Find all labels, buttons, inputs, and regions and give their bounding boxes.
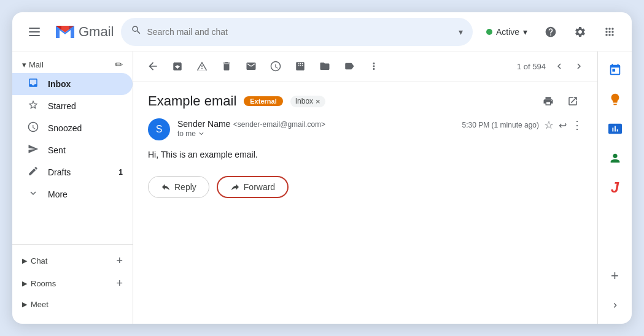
drafts-label: Drafts (48, 167, 110, 177)
sidebar-item-starred[interactable]: Starred (12, 95, 133, 117)
settings-button[interactable] (568, 20, 592, 44)
email-body: Hi, This is an example email. (148, 148, 583, 161)
report-button[interactable] (192, 56, 212, 76)
chat-plus[interactable]: + (116, 254, 123, 267)
next-page-button[interactable] (570, 58, 588, 75)
inbox-tag-label: Inbox (295, 97, 313, 105)
active-dot (486, 29, 492, 35)
sidebar: ▾ Mail ✏ Inbox (12, 52, 133, 324)
main-area: ▾ Mail ✏ Inbox (12, 52, 632, 324)
search-icon (131, 25, 142, 39)
sidebar-item-snoozed[interactable]: Snoozed (12, 117, 133, 139)
calendar-button[interactable] (602, 56, 629, 83)
more-actions-button[interactable] (364, 56, 384, 76)
reply-label: Reply (174, 182, 196, 192)
nav-items: Inbox Starred (12, 73, 133, 244)
expand-button[interactable] (602, 292, 629, 319)
email-button[interactable] (241, 56, 261, 76)
email-body-text: Hi, This is an example email. (148, 150, 258, 159)
star-button[interactable]: ☆ (544, 118, 554, 132)
email-panel: 1 of 594 (133, 52, 597, 324)
search-dropdown-icon[interactable]: ▾ (459, 27, 463, 37)
compose-pencil-icon[interactable]: ✏ (115, 59, 123, 71)
search-bar[interactable]: ▾ (121, 18, 472, 46)
mail-collapse-icon: ▾ (22, 60, 26, 69)
rooms-label: Rooms (31, 279, 116, 288)
meet-section[interactable]: ▶ Meet (12, 295, 133, 314)
starred-label: Starred (48, 101, 123, 111)
sent-label: Sent (48, 145, 123, 155)
email-subject-row: Example email External Inbox × (148, 91, 583, 111)
inbox-tag-remove[interactable]: × (316, 97, 320, 106)
email-meta-right: 5:30 PM (1 minute ago) ☆ ↩ ⋮ (462, 118, 583, 132)
chat-section[interactable]: ▶ Chat + (12, 250, 133, 272)
open-in-new-button[interactable] (563, 91, 583, 111)
snooze-button[interactable] (266, 56, 285, 76)
move-to-button[interactable] (315, 56, 335, 76)
svg-rect-1 (29, 31, 40, 32)
forward-label: Forward (244, 182, 275, 192)
search-input[interactable] (147, 27, 453, 37)
archive-button[interactable] (168, 56, 187, 76)
add-button[interactable]: + (602, 262, 629, 289)
email-toolbar: 1 of 594 (133, 52, 597, 82)
more-email-options-button[interactable]: ⋮ (572, 118, 583, 132)
inbox-label: Inbox (48, 79, 123, 89)
sidebar-item-sent[interactable]: Sent (12, 139, 133, 161)
email-timestamp: 5:30 PM (1 minute ago) (462, 121, 539, 129)
chat-label: Chat (31, 256, 116, 265)
sidebar-item-drafts[interactable]: Drafts 1 (12, 161, 133, 183)
email-content: Example email External Inbox × (133, 82, 597, 324)
topbar-right: Active ▾ (480, 20, 622, 44)
sender-avatar: S (148, 118, 170, 140)
toolbar-right: 1 of 594 (517, 58, 588, 75)
gmail-logo: Gmail (54, 21, 114, 43)
prev-page-button[interactable] (551, 58, 568, 75)
to-me-label: to me (177, 129, 196, 138)
right-sidebar: J + (597, 52, 632, 324)
sidebar-item-more[interactable]: More (12, 183, 133, 205)
print-button[interactable] (538, 91, 558, 111)
mail-section[interactable]: ▾ Mail ✏ (12, 56, 133, 73)
delete-button[interactable] (217, 56, 236, 76)
contacts-button[interactable] (602, 145, 629, 172)
sender-info: Sender Name <sender-email@gmail.com> to … (177, 118, 462, 138)
gmail-wordmark: Gmail (79, 24, 114, 40)
reply-icon-button[interactable]: ↩ (559, 120, 567, 131)
sidebar-item-inbox[interactable]: Inbox (12, 73, 133, 95)
reply-button[interactable]: Reply (148, 176, 209, 198)
email-reply-buttons: Reply Forward (148, 176, 583, 198)
pagination-text: 1 of 594 (517, 62, 546, 71)
sender-name: Sender Name (177, 119, 230, 129)
to-me[interactable]: to me (177, 129, 462, 138)
sender-email: <sender-email@gmail.com> (233, 120, 325, 129)
back-button[interactable] (143, 56, 163, 76)
menu-icon[interactable] (22, 20, 47, 44)
rooms-section[interactable]: ▶ Rooms + (12, 272, 133, 295)
active-chevron: ▾ (523, 27, 527, 37)
email-actions-top (538, 91, 583, 111)
active-status[interactable]: Active ▾ (480, 23, 533, 40)
notes-button[interactable] (602, 86, 629, 113)
drafts-badge: 1 (118, 168, 123, 177)
rooms-plus[interactable]: + (116, 277, 123, 290)
tasks-button[interactable] (602, 115, 629, 142)
meet-arrow: ▶ (22, 300, 27, 308)
snoozed-icon (27, 121, 39, 136)
drafts-icon (27, 166, 39, 180)
email-meta: S Sender Name <sender-email@gmail.com> t… (148, 118, 583, 140)
mail-section-label: Mail (29, 60, 44, 69)
active-label: Active (496, 27, 519, 37)
external-tag: External (244, 96, 282, 106)
mark-unread-button[interactable] (290, 56, 310, 76)
j-button[interactable]: J (602, 174, 629, 201)
meet-label: Meet (31, 300, 123, 309)
inbox-icon (27, 77, 39, 91)
svg-rect-0 (29, 28, 40, 29)
inbox-tag: Inbox × (290, 96, 325, 107)
forward-button[interactable]: Forward (217, 176, 289, 198)
sent-icon (27, 143, 39, 158)
apps-button[interactable] (597, 20, 622, 44)
label-button[interactable] (339, 56, 359, 76)
help-button[interactable] (538, 20, 563, 44)
